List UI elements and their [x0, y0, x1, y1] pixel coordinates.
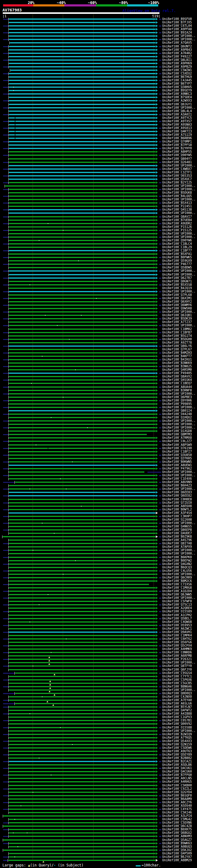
subject-overhang-left [3, 60, 8, 61]
subject-overhang-right [159, 741, 161, 742]
hit-accession-label: UniRef100_C0L2Z7 [162, 440, 192, 443]
alignment-start-tick [8, 123, 9, 126]
subject-overhang-left [3, 407, 8, 408]
hit-bar [9, 192, 156, 193]
hit-accession-label: UniRef100_C5P6X6 [162, 678, 192, 681]
hit-bar [9, 465, 156, 466]
hit-arrow-icon [156, 396, 158, 398]
hit-accession-label: UniRef100_O65353 [162, 174, 192, 177]
hit-arrow-icon [156, 181, 158, 184]
hit-bar [9, 66, 156, 67]
mismatch-dot [42, 696, 42, 697]
hit-arrow-icon [156, 682, 158, 684]
hit-bar [9, 19, 156, 20]
alignment-start-tick [8, 546, 9, 548]
hit-bar [9, 240, 156, 241]
hit-bar [9, 403, 156, 405]
hit-accession-label: UniRef100_Q59GX9 [162, 259, 192, 262]
hit-arrow-icon [156, 454, 158, 456]
hit-arrow-icon [156, 508, 158, 511]
subject-overhang-right [159, 366, 161, 367]
hit-arrow-icon [156, 158, 158, 160]
subject-overhang-right [159, 257, 161, 258]
subject-overhang-left [3, 829, 8, 830]
hit-bar [9, 213, 156, 214]
hit-accession-label: UniRef100_B0FWK5 [162, 256, 192, 259]
hit-bar [9, 638, 156, 640]
hit-bar [9, 46, 156, 47]
hit-accession-label: UniRef100_Q2N159 [162, 743, 192, 746]
subject-overhang-right [159, 516, 161, 517]
alignment-start-tick [8, 52, 9, 55]
subject-overhang-left [3, 352, 8, 353]
hit-accession-label: UniRef100_Q9Y0H6 [162, 399, 192, 402]
subject-overhang-left [3, 196, 8, 197]
hit-arrow-icon [156, 634, 158, 637]
alignment-start-tick [8, 389, 9, 392]
alignment-start-tick [8, 345, 9, 348]
hit-accession-label: UniRef100_UPI000.. [162, 198, 195, 201]
subject-overhang-right [159, 414, 161, 415]
alignment-start-tick [8, 464, 9, 467]
alignment-start-tick [8, 624, 9, 627]
hit-arrow-icon [156, 515, 158, 518]
hit-accession-label: UniRef100_A6ZWC1 [162, 627, 192, 630]
hit-bar [9, 754, 156, 755]
subject-overhang-left [3, 414, 8, 415]
hit-bar [9, 822, 156, 823]
hit-accession-label: UniRef100_B6KPK0 [162, 556, 192, 559]
alignment-start-tick [8, 232, 9, 235]
hit-bar [9, 329, 156, 330]
hit-arrow-icon [156, 304, 158, 306]
subject-overhang-left [3, 468, 8, 469]
subject-gap-notch [48, 448, 48, 449]
hit-bar [9, 475, 156, 476]
hit-accession-label: UniRef100_Q6XHY2 [162, 300, 192, 303]
hit-accession-label: UniRef100_B4LQQ5 [162, 195, 192, 198]
hit-accession-label: UniRef100_UPI000.. [162, 470, 195, 473]
hit-accession-label: UniRef100_A7TKQ5 [162, 736, 192, 739]
hit-arrow-icon [156, 416, 158, 419]
subject-overhang-left [3, 237, 8, 238]
subject-overhang-right [159, 148, 161, 149]
hit-bar [9, 56, 156, 57]
hit-arrow-icon [156, 467, 158, 470]
hit-accession-label: UniRef100_B0Z9K8 [162, 535, 192, 538]
hit-accession-label: UniRef100_A7R4R2 [162, 52, 192, 55]
hit-bar [9, 87, 156, 88]
hit-bar [9, 662, 156, 663]
hit-arrow-icon [156, 825, 158, 827]
hit-arrow-icon [156, 212, 158, 214]
hit-arrow-icon [156, 780, 158, 783]
alignment-start-tick [8, 403, 9, 405]
subject-overhang-left [3, 823, 8, 823]
hit-accession-label: UniRef100_A2QRE4 [162, 607, 192, 610]
subject-overhang-right [159, 598, 161, 598]
subject-overhang-left [3, 761, 8, 762]
hit-arrow-icon [156, 743, 158, 746]
hit-bar [9, 424, 156, 425]
alignment-start-tick [3, 815, 3, 817]
query-gap-icon [54, 674, 56, 675]
subject-overhang-left [3, 318, 8, 319]
hit-accession-label: UniRef100_Q5AGZ7 [162, 838, 192, 841]
hit-bar [9, 59, 156, 61]
hit-bar [9, 349, 156, 350]
hit-accession-label: UniRef100_Q9AVH1 [162, 630, 192, 634]
hit-bar [9, 195, 156, 197]
hit-bar [9, 451, 156, 452]
alignment-start-tick [8, 379, 9, 381]
alignment-start-tick [8, 365, 9, 368]
hit-bar [9, 107, 156, 108]
mismatch-dot [31, 383, 32, 384]
hit-accession-label: UniRef100_UPI000.. [162, 420, 195, 423]
hit-bar [15, 693, 156, 694]
subject-overhang-right [159, 611, 161, 612]
hit-accession-label: UniRef100_Q86EP8 [162, 528, 192, 531]
hit-accession-label: UniRef100_Q5EY89 [162, 753, 192, 756]
mismatch-dot [30, 489, 30, 489]
subject-overhang-right [159, 169, 161, 170]
hit-bar [9, 311, 156, 313]
mismatch-dot [96, 298, 97, 299]
hit-accession-label: UniRef100_A8UA44 [162, 385, 192, 389]
